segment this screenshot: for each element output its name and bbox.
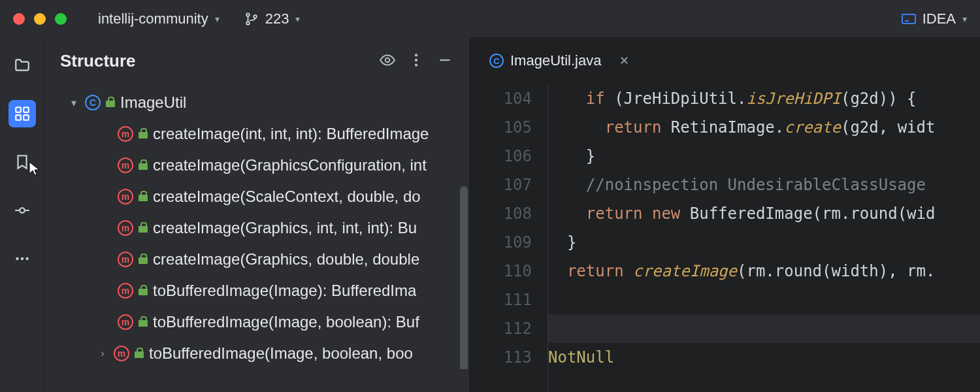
- method-badge-icon: m: [118, 252, 133, 267]
- project-name: intellij-community: [98, 10, 208, 27]
- method-signature: toBufferedImage(Image, boolean): Buf: [153, 313, 419, 331]
- line-number: 109: [470, 228, 532, 257]
- class-badge-icon: C: [85, 95, 101, 110]
- line-number: 112: [470, 314, 532, 343]
- svg-rect-3: [16, 107, 21, 112]
- code-editor[interactable]: 104105106107108109110111112113 if (JreHi…: [470, 84, 980, 392]
- method-badge-icon: m: [118, 220, 133, 236]
- commit-icon: [14, 202, 31, 219]
- line-number: 111: [470, 286, 532, 314]
- lock-icon: [139, 129, 148, 139]
- svg-point-9: [20, 257, 23, 260]
- titlebar: intellij-community ▾ 223 ▾ IDEA ▾: [0, 0, 980, 37]
- product-icon: [902, 14, 916, 24]
- code-line[interactable]: return new BufferedImage(rm.round(wid: [548, 199, 980, 228]
- line-number: 104: [470, 84, 532, 113]
- commit-tool-button[interactable]: [8, 197, 36, 224]
- structure-tool-button[interactable]: [8, 100, 36, 127]
- scrollbar-thumb[interactable]: [460, 186, 468, 369]
- tree-method-node[interactable]: mcreateImage(int, int, int): BufferedIma…: [44, 118, 469, 150]
- tree-class-node[interactable]: ▾ C ImageUtil: [44, 87, 469, 118]
- lock-icon: [106, 98, 115, 107]
- code-lines[interactable]: if (JreHiDpiUtil.isJreHiDPI(g2d)) { retu…: [548, 84, 980, 392]
- class-name: ImageUtil: [120, 93, 186, 112]
- code-line[interactable]: if (JreHiDpiUtil.isJreHiDPI(g2d)) {: [548, 84, 980, 113]
- method-signature: createImage(int, int, int): BufferedImag…: [153, 125, 429, 143]
- code-line[interactable]: //noinspection UndesirableClassUsage: [548, 171, 980, 199]
- tree-method-node[interactable]: ›mtoBufferedImage(Image, boolean, boo: [44, 338, 469, 369]
- code-line[interactable]: [548, 286, 980, 314]
- product-selector[interactable]: IDEA ▾: [902, 10, 967, 27]
- tree-method-node[interactable]: mcreateImage(Graphics, double, double: [44, 244, 469, 275]
- zoom-window-icon[interactable]: [55, 13, 67, 25]
- method-signature: toBufferedImage(Image, boolean, boo: [149, 344, 413, 363]
- svg-point-1: [246, 22, 250, 25]
- structure-panel: Structure ▾ C ImageUtil mcreateImage(int…: [44, 37, 470, 392]
- project-tool-button[interactable]: [8, 52, 36, 79]
- project-selector[interactable]: intellij-community ▾: [98, 10, 220, 27]
- lock-icon: [139, 161, 148, 170]
- line-number: 105: [470, 113, 532, 142]
- close-window-icon[interactable]: [13, 13, 25, 25]
- branch-name: 223: [265, 10, 289, 27]
- minimize-panel-button[interactable]: [436, 52, 453, 71]
- editor-tabs: C ImageUtil.java ✕: [470, 37, 980, 84]
- svg-point-11: [385, 57, 390, 62]
- close-tab-button[interactable]: ✕: [619, 54, 629, 68]
- line-number: 113: [470, 343, 532, 372]
- tree-method-node[interactable]: mcreateImage(Graphics, int, int, int): B…: [44, 212, 469, 244]
- chevron-down-icon[interactable]: ▾: [68, 97, 80, 109]
- eye-icon: [379, 52, 396, 69]
- editor-tab[interactable]: C ImageUtil.java ✕: [489, 52, 629, 69]
- code-line[interactable]: return RetinaImage.create(g2d, widt: [548, 113, 980, 142]
- structure-tree[interactable]: ▾ C ImageUtil mcreateImage(int, int, int…: [44, 84, 469, 369]
- chevron-right-icon[interactable]: ›: [97, 348, 108, 359]
- method-badge-icon: m: [114, 346, 129, 361]
- lock-icon: [135, 349, 144, 358]
- svg-rect-4: [24, 107, 29, 112]
- view-options-button[interactable]: [379, 52, 396, 71]
- svg-point-8: [16, 257, 18, 260]
- line-number: 110: [470, 257, 532, 286]
- code-line[interactable]: }: [548, 228, 980, 257]
- tree-method-node[interactable]: mcreateImage(ScaleContext, double, do: [44, 181, 469, 212]
- more-tool-button[interactable]: [8, 245, 36, 272]
- svg-point-10: [25, 257, 28, 260]
- minimize-icon: [436, 52, 453, 69]
- code-line[interactable]: [548, 314, 980, 343]
- svg-point-2: [253, 15, 257, 18]
- line-number: 107: [470, 171, 532, 199]
- line-number: 108: [470, 199, 532, 228]
- lock-icon: [139, 192, 148, 201]
- chevron-down-icon: ▾: [962, 14, 967, 24]
- class-file-icon: C: [489, 54, 504, 68]
- bookmark-icon: [14, 154, 31, 171]
- tree-method-node[interactable]: mcreateImage(GraphicsConfiguration, int: [44, 150, 469, 181]
- bookmarks-tool-button[interactable]: [8, 148, 36, 176]
- branch-selector[interactable]: 223 ▾: [244, 10, 301, 27]
- chevron-down-icon: ▾: [215, 14, 220, 24]
- tree-method-node[interactable]: mtoBufferedImage(Image, boolean): Buf: [44, 306, 469, 338]
- code-line[interactable]: }: [548, 142, 980, 171]
- svg-point-12: [415, 54, 417, 56]
- panel-options-button[interactable]: [408, 52, 425, 71]
- lock-icon: [139, 223, 148, 233]
- folder-icon: [14, 57, 31, 74]
- lock-icon: [139, 286, 148, 295]
- structure-title: Structure: [60, 51, 367, 71]
- tree-method-node[interactable]: mtoBufferedImage(Image): BufferedIma: [44, 275, 469, 306]
- method-badge-icon: m: [118, 157, 133, 173]
- ellipsis-icon: [14, 250, 31, 267]
- minimize-window-icon[interactable]: [34, 13, 46, 25]
- svg-rect-6: [24, 115, 29, 120]
- structure-header: Structure: [44, 37, 469, 84]
- editor-area: C ImageUtil.java ✕ 104105106107108109110…: [470, 37, 980, 392]
- code-line[interactable]: return createImage(rm.round(width), rm.: [548, 257, 980, 286]
- method-signature: createImage(Graphics, double, double: [153, 250, 419, 269]
- line-number: 106: [470, 142, 532, 171]
- code-line[interactable]: NotNull: [548, 343, 980, 372]
- structure-icon: [14, 105, 31, 122]
- product-name: IDEA: [923, 10, 956, 27]
- window-controls: [13, 13, 67, 25]
- method-badge-icon: m: [118, 189, 133, 204]
